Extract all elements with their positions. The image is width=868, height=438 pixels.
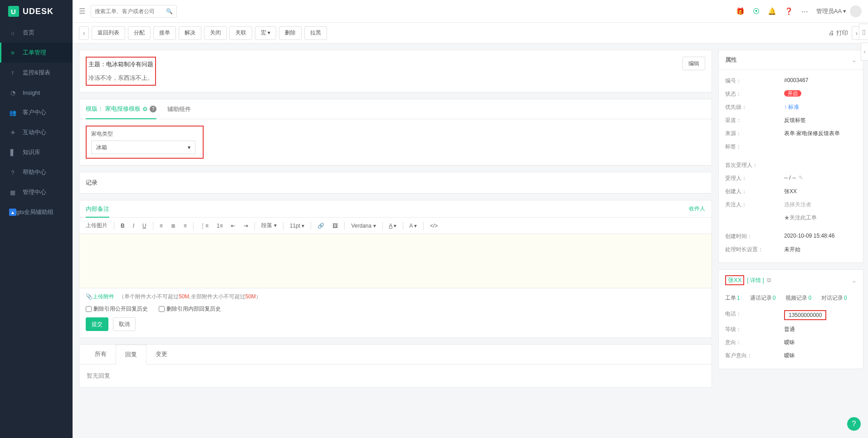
menu-toggle-icon[interactable]: ☰ [79,7,85,15]
stat-calls[interactable]: 通话记录0 [750,294,776,302]
align-right-icon[interactable]: ≡ [182,222,189,230]
bg-color-icon[interactable]: A ▾ [408,222,419,230]
customer-name[interactable]: 张XX [725,275,744,285]
nav-icon: 👥 [9,109,16,116]
font-select[interactable]: Verdana ▾ [349,222,377,230]
align-center-icon[interactable]: ≣ [169,222,177,230]
appliance-type-highlight: 家电类型 冰箱 ▾ [86,126,204,159]
edit-button[interactable]: 编辑 [683,57,705,70]
nav-label: 监控&报表 [23,68,50,77]
sidebar-item[interactable]: ▦管理中心 [0,182,73,202]
upload-attachment-link[interactable]: 上传附件 [93,293,114,300]
edit-icon[interactable]: ✎ [799,175,803,181]
toolbar-button[interactable]: 宏 ▾ [255,26,276,40]
nav-icon: ? [9,169,16,176]
back-button[interactable]: ‹ [79,26,89,40]
submit-button[interactable]: 提交 [86,317,108,331]
editor-textarea[interactable] [79,234,712,288]
nav-icon: ≡ [9,49,16,56]
nav-label: 客户中心 [23,108,46,117]
stat-video[interactable]: 视频记录0 [785,294,811,302]
ticket-id: #0003467 [784,77,857,85]
stat-chats[interactable]: 对话记录0 [821,294,847,302]
list-ul-icon[interactable]: ⋮≡ [198,222,210,230]
follower-select[interactable]: 选择关注者 [784,201,857,209]
history-tab[interactable]: 所有 [86,345,116,364]
fontsize-select[interactable]: 11pt ▾ [288,222,307,230]
properties-header[interactable]: 属性 ⌄ [719,50,863,70]
history-tab[interactable]: 变更 [146,345,176,364]
nav-icon: ✈ [9,129,16,136]
customer-header[interactable]: 张XX [ 详情 ] ⧉ ⌄ [719,270,863,291]
help-fab[interactable]: ? [847,417,861,431]
sidebar-item[interactable]: ≡工单管理 [0,43,73,63]
template-card: 模版：家电报修模板 ⚙ ? 辅助组件 家电类型 冰箱 ▾ [79,99,712,165]
nav-label: 工单管理 [23,49,46,57]
history-tab[interactable]: 回复 [116,345,146,365]
chk-remove-internal[interactable]: 删除引用内部回复历史 [159,305,221,313]
tab-template[interactable]: 模版：家电报修模板 ⚙ ? [86,99,156,119]
customer-detail-link[interactable]: [ 详情 ] [747,277,764,284]
bell-icon[interactable]: 🔔 [768,7,776,15]
align-left-icon[interactable]: ≡ [158,222,165,230]
toolbar-button[interactable]: 返回列表 [92,26,125,40]
bold-icon[interactable]: B [119,222,127,230]
stat-tickets[interactable]: 工单1 [725,294,740,302]
toolbar-button[interactable]: 关联 [229,26,252,40]
logo-mark-icon: U [8,6,19,17]
chat-icon[interactable]: ⋯ [801,7,808,15]
user-menu[interactable]: 管理员AA ▾ [816,5,862,17]
record-card: 记录 [79,172,712,194]
sidebar-item[interactable]: ◔Insight [0,83,73,102]
underline-icon[interactable]: U [141,222,148,230]
list-ol-icon[interactable]: 1≡ [215,222,225,230]
sidebar-item[interactable]: ⌂首页 [0,23,73,43]
paragraph-select[interactable]: 段落 ▾ [259,221,278,230]
topbar: ☰ 🔍 🎁 ⦿ 🔔 ❓ ⋯ 管理员AA ▾ [73,0,868,23]
sidebar-item[interactable]: ?帮助中心 [0,162,73,182]
code-icon[interactable]: </> [428,222,439,230]
toolbar-button[interactable]: 关闭 [204,26,227,40]
sidebar-item[interactable]: 👥客户中心 [0,102,73,122]
global-search[interactable]: 🔍 [91,5,177,18]
sidebar-item[interactable]: ⫯监控&报表 [0,63,73,83]
sidebar-item[interactable]: ✈互动中心 [0,122,73,142]
properties-panel: 属性 ⌄ 编号：#0003467 状态：开启 优先级：↑ 标准 渠道：反馈标签 … [718,50,863,263]
clip-icon: 📎 [86,293,93,300]
link-icon[interactable]: 🔗 [316,222,326,230]
cancel-button[interactable]: 取消 [113,317,136,331]
help-icon[interactable]: ❓ [785,7,793,15]
tab-aux[interactable]: 辅助组件 [167,100,191,119]
note-tab[interactable]: 内部备注 [86,205,109,218]
wifi-icon[interactable]: ⦿ [753,7,760,15]
image-icon[interactable]: 🖼 [331,222,340,230]
text-color-icon[interactable]: A ▾ [387,222,398,230]
gear-icon[interactable]: ⚙ [142,106,148,112]
nav-label: 首页 [23,29,34,37]
search-input[interactable] [95,8,166,15]
upload-image-button[interactable]: 上传图片 [84,221,109,230]
outdent-icon[interactable]: ⇤ [229,222,237,230]
external-link-icon[interactable]: ⧉ [767,277,771,284]
sidebar-item[interactable]: ▋知识库 [0,142,73,162]
toolbar-button[interactable]: 接单 [153,26,176,40]
toolbar-button[interactable]: 拉黑 [304,26,327,40]
book-toggle-icon[interactable]: ▯ [859,24,868,40]
collapse-toggle-icon[interactable]: ‹ [861,43,868,61]
print-button[interactable]: 🖨 打印 [829,29,848,37]
gift-icon[interactable]: 🎁 [736,7,745,15]
follow-ticket-link[interactable]: ★关注此工单 [784,214,857,222]
appliance-type-select[interactable]: 冰箱 ▾ [91,141,195,154]
toolbar-button[interactable]: 删除 [279,26,302,40]
indent-icon[interactable]: ⇥ [242,222,250,230]
italic-icon[interactable]: I [131,222,136,230]
toolbar-button[interactable]: 解决 [179,26,201,40]
toolbar-button[interactable]: 分配 [128,26,151,40]
recipients-link[interactable]: 收件人 [689,205,705,213]
search-icon[interactable]: 🔍 [166,8,173,15]
note-card: 内部备注 收件人 上传图片 B I U ≡ ≣ ≡ ⋮≡ 1≡ ⇤ [79,200,712,338]
chk-remove-public[interactable]: 删除引用公开回复历史 [86,305,148,313]
help-badge-icon[interactable]: ? [150,106,156,112]
subject-card: 主题：电冰箱制冷有问题 冷冻不冷，东西冻不上。 编辑 [79,50,712,92]
sidebar-item[interactable]: ▲gts全局辅助组 [0,202,73,222]
